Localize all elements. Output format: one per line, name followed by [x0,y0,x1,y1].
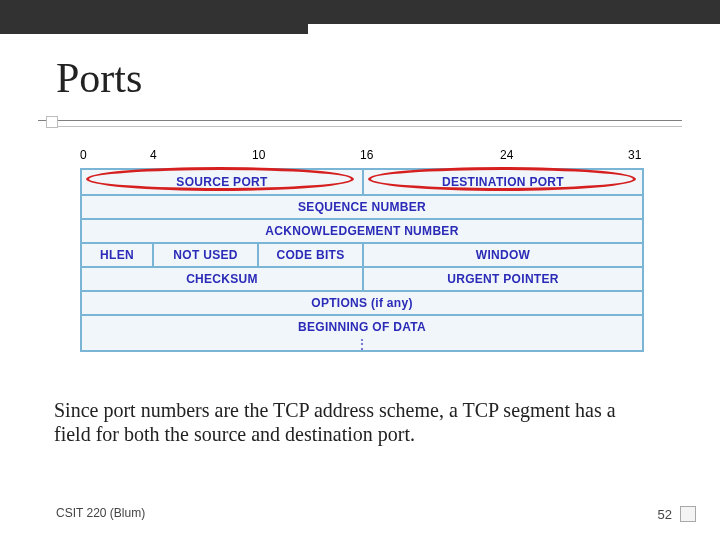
tcp-row-data: BEGINNING OF DATA [82,314,642,338]
tcp-header-diagram: 0 4 10 16 24 31 SOURCE PORT DESTINATION … [80,148,644,368]
caption-text: Since port numbers are the TCP address s… [54,398,654,447]
tcp-row-ports: SOURCE PORT DESTINATION PORT [82,170,642,194]
rule-line-1 [38,120,682,121]
tcp-row-ack: ACKNOWLEDGEMENT NUMBER [82,218,642,242]
bit-label-31: 31 [628,148,641,162]
field-not-used: NOT USED [152,244,257,266]
corner-ornament [680,506,696,522]
field-urgent-pointer: URGENT POINTER [362,268,642,290]
tcp-header-table: SOURCE PORT DESTINATION PORT SEQUENCE NU… [80,168,644,352]
bit-label-24: 24 [500,148,513,162]
bit-label-10: 10 [252,148,265,162]
field-code-bits: CODE BITS [257,244,362,266]
field-window: WINDOW [362,244,642,266]
bit-label-16: 16 [360,148,373,162]
continuation-dots: ⋮ [82,338,642,350]
tcp-row-options: OPTIONS (if any) [82,290,642,314]
bit-label-0: 0 [80,148,87,162]
field-options: OPTIONS (if any) [82,292,642,314]
page-number: 52 [658,507,672,522]
field-source-port: SOURCE PORT [82,170,362,194]
footer-course: CSIT 220 (Blum) [56,506,145,520]
rule-line-2 [52,126,682,127]
tcp-row-checksum: CHECKSUM URGENT POINTER [82,266,642,290]
page-title: Ports [56,54,142,102]
field-beginning-of-data: BEGINNING OF DATA [82,316,642,338]
footer-right: 52 [658,506,696,522]
top-bar-accent [0,0,308,34]
field-checksum: CHECKSUM [82,268,362,290]
field-destination-port: DESTINATION PORT [362,170,642,194]
field-ack-number: ACKNOWLEDGEMENT NUMBER [82,220,642,242]
bit-label-4: 4 [150,148,157,162]
rule-box-ornament [46,116,58,128]
field-hlen: HLEN [82,244,152,266]
bit-scale: 0 4 10 16 24 31 [80,148,644,166]
slide: Ports 0 4 10 16 24 31 SOURCE PORT DESTIN… [0,0,720,540]
title-rule [38,120,682,122]
field-sequence-number: SEQUENCE NUMBER [82,196,642,218]
tcp-row-flags: HLEN NOT USED CODE BITS WINDOW [82,242,642,266]
tcp-row-sequence: SEQUENCE NUMBER [82,194,642,218]
